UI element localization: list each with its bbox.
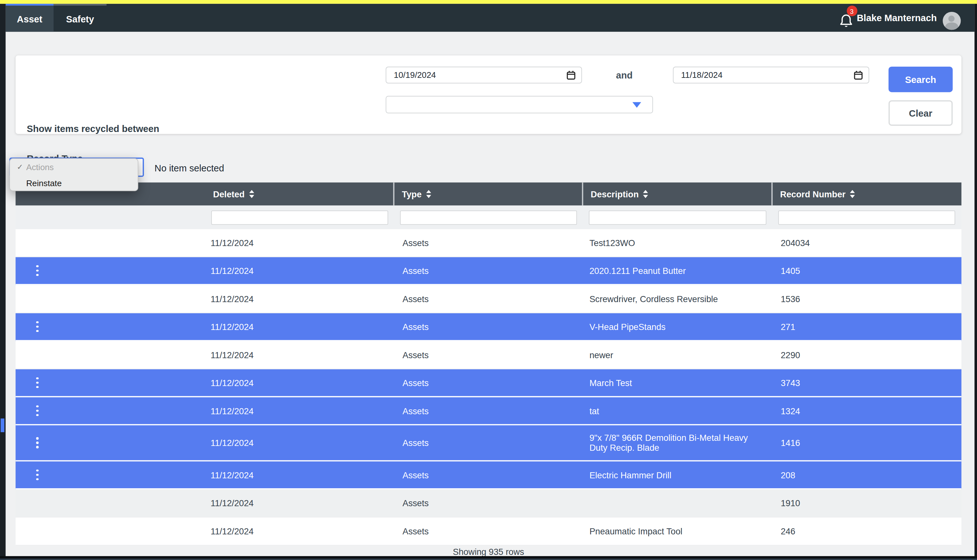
and-label: and bbox=[600, 70, 650, 80]
cell-type: Assets bbox=[394, 491, 583, 516]
cell-type: Assets bbox=[394, 430, 583, 455]
row-count-status: Showing 935 rows bbox=[16, 547, 962, 557]
cell-deleted: 11/12/2024 bbox=[205, 230, 394, 255]
user-avatar[interactable] bbox=[942, 12, 960, 30]
table-filter-row bbox=[16, 205, 962, 229]
table-row[interactable]: 11/12/2024 Assets March Test 3743 bbox=[16, 369, 962, 397]
menu-item-actions[interactable]: ✓Actions bbox=[10, 159, 137, 175]
row-kebab-icon[interactable] bbox=[36, 437, 38, 448]
table-row[interactable]: 11/12/2024 Assets newer 2290 bbox=[16, 341, 962, 369]
table-row[interactable]: 11/12/2024 Assets tat 1324 bbox=[16, 397, 962, 425]
cell-record-number: 246 bbox=[773, 519, 961, 544]
cell-type: Assets bbox=[394, 398, 583, 423]
cell-deleted: 11/12/2024 bbox=[205, 491, 394, 516]
cell-record-number: 1910 bbox=[773, 491, 961, 516]
tab-asset[interactable]: Asset bbox=[5, 4, 53, 32]
cell-description: Pneaumatic Impact Tool bbox=[583, 519, 773, 544]
row-kebab-icon[interactable] bbox=[36, 405, 38, 416]
filter-input-description[interactable] bbox=[589, 210, 767, 225]
sort-icon[interactable] bbox=[249, 190, 254, 198]
cell-description bbox=[583, 496, 773, 511]
row-kebab-icon[interactable] bbox=[36, 265, 38, 276]
cell-record-number: 271 bbox=[773, 314, 961, 339]
clear-button[interactable]: Clear bbox=[888, 100, 953, 126]
date-to-input[interactable]: 11/18/2024 bbox=[673, 67, 869, 83]
table-row[interactable]: 11/12/2024 Assets 1910 bbox=[16, 490, 962, 517]
calendar-icon[interactable] bbox=[566, 70, 576, 80]
cell-record-number: 3743 bbox=[773, 370, 961, 395]
recycle-filter-panel: Show items recycled between Record Type … bbox=[16, 55, 962, 134]
menu-item-reinstate[interactable]: Reinstate bbox=[10, 175, 137, 191]
cell-deleted: 11/12/2024 bbox=[205, 287, 394, 312]
selection-status: No item selected bbox=[155, 162, 224, 173]
cell-record-number: 1324 bbox=[773, 398, 961, 423]
cell-type: Assets bbox=[394, 230, 583, 255]
actions-menu: ✓ActionsReinstate bbox=[9, 158, 138, 191]
table-row[interactable]: 11/12/2024 Assets 9"x 7/8" 966R Demoliti… bbox=[16, 425, 962, 462]
recycled-items-table: Deleted Type Description Record Number bbox=[16, 183, 962, 557]
cell-type: Assets bbox=[394, 462, 583, 487]
cell-description: tat bbox=[583, 398, 773, 423]
table-row[interactable]: 11/12/2024 Assets 2020.1211 Peanut Butte… bbox=[16, 257, 962, 285]
cell-record-number: 208 bbox=[773, 462, 961, 487]
cell-deleted: 11/12/2024 bbox=[205, 314, 394, 339]
cell-deleted: 11/12/2024 bbox=[205, 462, 394, 487]
cell-type: Assets bbox=[394, 314, 583, 339]
table-row[interactable]: 11/12/2024 Assets Pneaumatic Impact Tool… bbox=[16, 517, 962, 545]
date-to-value: 11/18/2024 bbox=[681, 70, 723, 80]
cell-description: 2020.1211 Peanut Butter bbox=[583, 258, 773, 283]
checkmark-icon: ✓ bbox=[17, 162, 26, 171]
top-yellow-strip bbox=[0, 0, 977, 4]
sort-icon[interactable] bbox=[426, 190, 431, 198]
record-type-select[interactable] bbox=[386, 96, 653, 113]
cell-type: Assets bbox=[394, 258, 583, 283]
calendar-icon[interactable] bbox=[853, 70, 863, 80]
cell-deleted: 11/12/2024 bbox=[205, 342, 394, 367]
row-kebab-icon[interactable] bbox=[36, 321, 38, 332]
table-header-row: Deleted Type Description Record Number bbox=[16, 183, 962, 206]
top-nav-bar: Asset Safety 3 Blake Manternach bbox=[5, 4, 974, 32]
cell-description: newer bbox=[583, 342, 773, 367]
column-header-type[interactable]: Type bbox=[394, 183, 583, 206]
column-header-record-number[interactable]: Record Number bbox=[773, 183, 961, 206]
cell-description: Electric Hammer Drill bbox=[583, 462, 773, 487]
search-button[interactable]: Search bbox=[888, 67, 953, 92]
date-from-value: 10/19/2024 bbox=[394, 70, 436, 80]
left-blue-scroll-indicator bbox=[1, 418, 5, 432]
recycled-between-label: Show items recycled between bbox=[27, 123, 159, 134]
row-kebab-icon[interactable] bbox=[36, 469, 38, 480]
notification-count-badge: 3 bbox=[847, 5, 857, 16]
row-kebab-icon[interactable] bbox=[36, 377, 38, 388]
cell-deleted: 11/12/2024 bbox=[205, 258, 394, 283]
table-row[interactable]: 11/12/2024 Assets V-Head PipeStands 271 bbox=[16, 313, 962, 341]
user-name[interactable]: Blake Manternach bbox=[857, 4, 937, 32]
cell-description: V-Head PipeStands bbox=[583, 314, 773, 339]
filter-input-deleted[interactable] bbox=[211, 210, 388, 225]
tab-safety[interactable]: Safety bbox=[53, 4, 107, 32]
cell-record-number: 1416 bbox=[773, 430, 961, 455]
table-row[interactable]: 11/12/2024 Assets Test123WO 204034 bbox=[16, 229, 962, 257]
cell-type: Assets bbox=[394, 370, 583, 395]
table-row[interactable]: 11/12/2024 Assets Electric Hammer Drill … bbox=[16, 461, 962, 489]
avatar-person-icon bbox=[949, 16, 955, 22]
cell-description: Screwdriver, Cordless Reversible bbox=[583, 287, 773, 312]
column-header-deleted[interactable]: Deleted bbox=[205, 183, 394, 206]
column-header-description[interactable]: Description bbox=[583, 183, 773, 206]
filter-input-type[interactable] bbox=[400, 210, 577, 225]
table-row[interactable]: 11/12/2024 Assets Screwdriver, Cordless … bbox=[16, 285, 962, 313]
filter-input-record-number[interactable] bbox=[778, 210, 955, 225]
table-body: 11/12/2024 Assets Test123WO 204034 11/12… bbox=[16, 229, 962, 545]
cell-record-number: 1536 bbox=[773, 287, 961, 312]
cell-type: Assets bbox=[394, 287, 583, 312]
cell-deleted: 11/12/2024 bbox=[205, 430, 394, 455]
cell-deleted: 11/12/2024 bbox=[205, 519, 394, 544]
cell-type: Assets bbox=[394, 519, 583, 544]
cell-deleted: 11/12/2024 bbox=[205, 398, 394, 423]
sort-icon[interactable] bbox=[850, 190, 855, 198]
window-left-edge bbox=[0, 4, 5, 560]
cell-description: 9"x 7/8" 966R Demolition Bi-Metal Heavy … bbox=[583, 425, 773, 460]
cell-record-number: 2290 bbox=[773, 342, 961, 367]
sort-icon[interactable] bbox=[643, 190, 648, 198]
cell-record-number: 1405 bbox=[773, 258, 961, 283]
date-from-input[interactable]: 10/19/2024 bbox=[386, 67, 582, 83]
